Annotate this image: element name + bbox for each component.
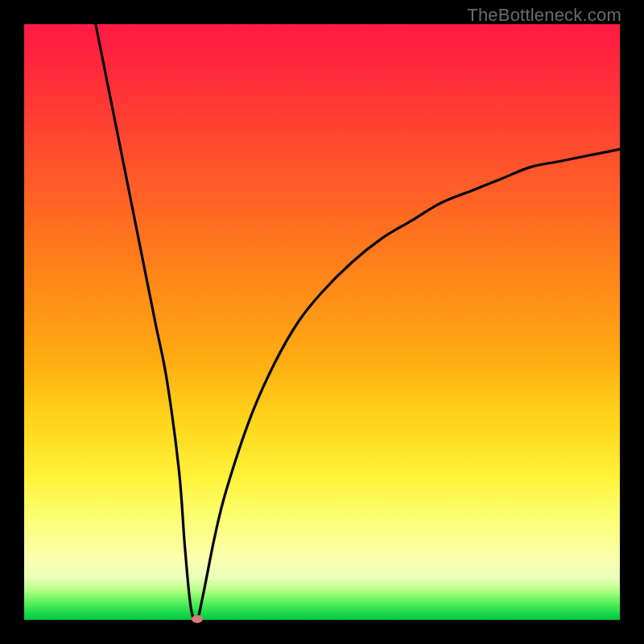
watermark-text: TheBottleneck.com (467, 5, 621, 26)
bottleneck-curve (24, 24, 620, 620)
plot-area (24, 24, 620, 620)
minimum-marker (192, 615, 203, 623)
chart-frame: TheBottleneck.com (0, 0, 644, 644)
